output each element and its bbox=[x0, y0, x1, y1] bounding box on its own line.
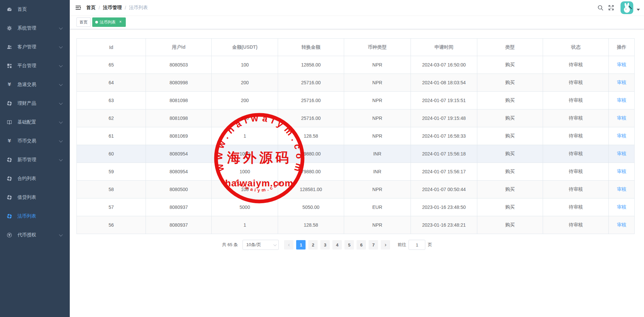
cell-uid: 8080954 bbox=[146, 145, 212, 163]
cell-amount: 100 bbox=[212, 56, 278, 74]
cell-type: 购买 bbox=[477, 163, 543, 181]
cell-time: 2024-01-08 18:03:54 bbox=[411, 74, 477, 92]
cell-status: 待审核 bbox=[543, 181, 609, 198]
cell-type: 购买 bbox=[477, 127, 543, 145]
breadcrumb-item-fiat-mgmt[interactable]: 法币管理 bbox=[103, 5, 122, 11]
table-row: 6180810691128.58NPR2024-01-07 16:58:33购买… bbox=[77, 127, 635, 145]
cell-id: 61 bbox=[77, 127, 146, 145]
audit-link[interactable]: 审核 bbox=[617, 80, 626, 85]
sidebar-item-loan-list[interactable]: 借贷列表 bbox=[0, 188, 70, 207]
page-button-7[interactable]: 7 bbox=[369, 240, 378, 250]
gear-icon bbox=[7, 26, 12, 31]
cell-currency: NPR bbox=[344, 216, 411, 234]
audit-link[interactable]: 审核 bbox=[617, 62, 626, 67]
next-page-button[interactable]: › bbox=[381, 240, 390, 250]
page-button-3[interactable]: 3 bbox=[320, 240, 330, 250]
close-icon[interactable]: × bbox=[118, 20, 123, 25]
prev-page-button[interactable]: ‹ bbox=[284, 240, 293, 250]
cell-amount: 1 bbox=[212, 127, 278, 145]
page-buttons: 1234567 bbox=[295, 240, 379, 250]
ring-icon bbox=[7, 214, 12, 219]
sidebar-item-fiat-list[interactable]: 法币列表 bbox=[0, 207, 70, 226]
cell-amount: 1000 bbox=[212, 163, 278, 181]
column-header: 金额(USDT) bbox=[212, 39, 278, 56]
audit-link[interactable]: 审核 bbox=[617, 222, 626, 227]
sidebar-item-coin-trade[interactable]: ¥币币交易 bbox=[0, 132, 70, 150]
pagination-total: 共 65 条 bbox=[222, 242, 238, 248]
cell-converted: 128.58 bbox=[278, 127, 344, 145]
cell-uid: 8080937 bbox=[146, 216, 212, 234]
sidebar-item-contract-list[interactable]: 合约列表 bbox=[0, 169, 70, 188]
hamburger-icon[interactable] bbox=[70, 0, 86, 15]
table-header-row: Id用户id金额(USDT)转换金额币种类型申请时间类型状态操作 bbox=[77, 39, 635, 56]
cell-time: 2024-01-07 19:15:51 bbox=[411, 92, 477, 109]
page-button-2[interactable]: 2 bbox=[308, 240, 318, 250]
cell-status: 待审核 bbox=[543, 163, 609, 181]
sidebar-item-fast-trade[interactable]: ¥急速交易 bbox=[0, 75, 70, 94]
svg-text:¥: ¥ bbox=[8, 138, 11, 143]
cell-amount: 5000 bbox=[212, 198, 278, 216]
audit-link[interactable]: 审核 bbox=[617, 204, 626, 210]
page-button-4[interactable]: 4 bbox=[332, 240, 342, 250]
cell-time: 2024-01-07 00:50:44 bbox=[411, 181, 477, 198]
search-icon[interactable] bbox=[595, 2, 606, 13]
cell-status: 待审核 bbox=[543, 92, 609, 109]
tab-home[interactable]: 首页 bbox=[76, 17, 91, 27]
chevron-down-icon bbox=[59, 120, 63, 124]
audit-link[interactable]: 审核 bbox=[617, 97, 626, 103]
cell-id: 58 bbox=[77, 181, 146, 198]
cell-type: 购买 bbox=[477, 92, 543, 109]
cell-action: 审核 bbox=[609, 181, 635, 198]
sidebar-item-label: 理财产品 bbox=[17, 100, 59, 106]
chevron-down-icon bbox=[59, 101, 63, 105]
page-button-6[interactable]: 6 bbox=[357, 240, 366, 250]
cell-status: 待审核 bbox=[543, 216, 609, 234]
sidebar-item-base-config[interactable]: 基础配置 bbox=[0, 113, 70, 132]
cell-currency: EUR bbox=[344, 198, 411, 216]
tab-fiat-list[interactable]: 法币列表× bbox=[92, 17, 126, 27]
page-button-5[interactable]: 5 bbox=[344, 240, 354, 250]
cell-amount: 100 bbox=[212, 181, 278, 198]
table-body: 65808050310012858.00NPR2024-03-07 16:50:… bbox=[77, 56, 635, 234]
sidebar-item-customer-mgmt[interactable]: 客户管理 bbox=[0, 38, 70, 56]
page-button-1[interactable]: 1 bbox=[296, 240, 306, 250]
chevron-down-icon bbox=[59, 45, 63, 48]
cell-id: 56 bbox=[77, 216, 146, 234]
column-header: 申请时间 bbox=[411, 39, 477, 56]
page-size-select[interactable]: 10条/页 bbox=[243, 240, 279, 250]
chevron-down-icon[interactable] bbox=[637, 9, 640, 11]
sidebar-item-label: 客户管理 bbox=[17, 44, 59, 50]
cell-uid: 8081098 bbox=[146, 109, 212, 127]
cell-id: 59 bbox=[77, 163, 146, 181]
sidebar-item-label: 代币授权 bbox=[17, 232, 59, 238]
cell-type: 购买 bbox=[477, 181, 543, 198]
sidebar-item-home[interactable]: 首页 bbox=[0, 0, 70, 19]
dashboard-icon bbox=[7, 7, 12, 12]
goto-page-input[interactable] bbox=[409, 240, 425, 250]
goto-label: 前往 bbox=[397, 242, 406, 248]
goto-suffix: 页 bbox=[428, 242, 432, 248]
audit-link[interactable]: 审核 bbox=[617, 151, 626, 156]
navbar-actions bbox=[595, 1, 644, 14]
cell-status: 待审核 bbox=[543, 145, 609, 163]
table-row: 5680809371128.58NPR2023-01-16 23:48:21购买… bbox=[77, 216, 635, 234]
navbar: 首页 / 法币管理 / 法币列表 bbox=[70, 0, 644, 15]
cell-time: 2023-01-16 23:48:50 bbox=[411, 198, 477, 216]
breadcrumb-item-home[interactable]: 首页 bbox=[86, 5, 96, 11]
cell-action: 审核 bbox=[609, 163, 635, 181]
table-row: 57808093750005050.00EUR2023-01-16 23:48:… bbox=[77, 198, 635, 216]
audit-link[interactable]: 审核 bbox=[617, 186, 626, 192]
cell-uid: 8080503 bbox=[146, 56, 212, 74]
sidebar-item-newcoin-mgmt[interactable]: 新币管理 bbox=[0, 150, 70, 169]
avatar[interactable] bbox=[621, 1, 633, 14]
audit-link[interactable]: 审核 bbox=[617, 133, 626, 138]
fullscreen-icon[interactable] bbox=[606, 2, 616, 13]
sidebar-item-wealth-products[interactable]: 理财产品 bbox=[0, 94, 70, 113]
audit-link[interactable]: 审核 bbox=[617, 115, 626, 121]
sidebar-item-label: 合约列表 bbox=[17, 176, 63, 182]
sidebar-item-system-mgmt[interactable]: 系统管理 bbox=[0, 19, 70, 38]
book-icon bbox=[7, 120, 12, 125]
audit-link[interactable]: 审核 bbox=[617, 169, 626, 174]
sidebar-item-platform-mgmt[interactable]: 平台管理 bbox=[0, 56, 70, 75]
cell-action: 审核 bbox=[609, 127, 635, 145]
